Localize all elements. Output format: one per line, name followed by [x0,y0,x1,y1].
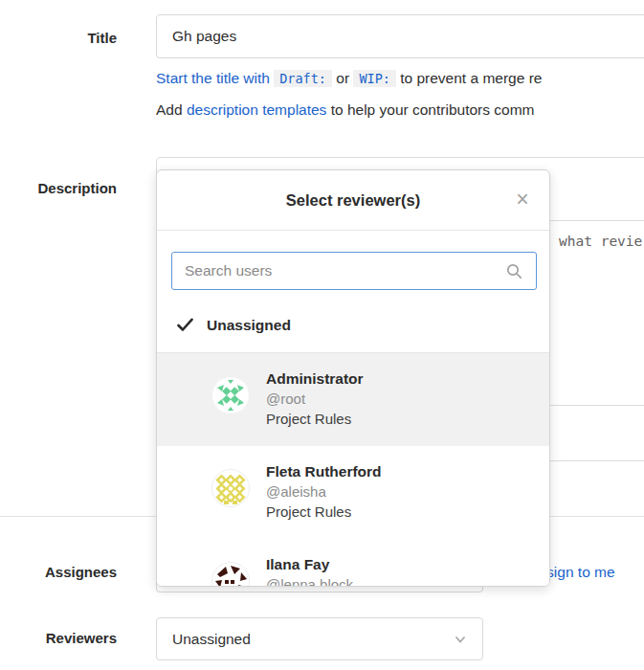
check-icon [177,318,193,332]
reviewer-name: Administrator [266,368,364,389]
reviewer-name: Ilana Fay [266,554,353,574]
description-label: Description [0,180,117,196]
templates-pre-text: Add [156,101,183,118]
reviewer-item-administrator[interactable]: Administrator @root Project Rules [157,353,549,446]
description-templates-link[interactable]: description templates [187,101,326,118]
select-reviewers-dropdown: Select reviewer(s) × Unassigned [156,169,550,587]
reviewer-item-ilana-fay[interactable]: Ilana Fay @lenna.block Project Rules [157,539,549,586]
reviewer-meta: Project Rules [266,502,382,522]
unassigned-option-label: Unassigned [207,317,291,334]
templates-post-text: to help your contributors comm [331,101,535,118]
avatar-ilana-fay [211,562,250,586]
draft-hint-link[interactable]: Start the title with [156,70,270,86]
wip-code-chip: WIP: [353,70,396,87]
assignees-label: Assignees [0,564,117,580]
reviewer-username: @lenna.block [266,574,353,586]
draft-code-chip: Draft: [274,70,332,87]
title-input[interactable] [156,14,644,58]
hint-middle-text: or [336,70,349,86]
avatar-administrator [211,376,250,414]
avatar-fleta-rutherford [211,469,250,507]
reviewers-label: Reviewers [0,630,117,646]
close-icon[interactable]: × [509,186,536,212]
reviewer-meta: Project Rules [266,409,364,429]
chevron-down-icon [454,633,467,646]
title-hint: Start the title with Draft: or WIP: to p… [156,70,644,87]
reviewer-list: Administrator @root Project Rules [157,353,549,586]
reviewer-name: Fleta Rutherford [266,461,382,481]
templates-hint: Add description templates to help your c… [156,101,644,119]
search-users-input[interactable] [171,252,537,290]
reviewer-username: @aleisha [266,481,382,502]
merge-request-form: Title Start the title with Draft: or WIP… [0,0,644,670]
reviewers-dropdown-button[interactable]: Unassigned [156,617,483,660]
reviewer-username: @root [266,389,364,409]
title-label: Title [0,30,117,46]
dropdown-title: Select reviewer(s) [286,191,420,210]
hint-tail-text: to prevent a merge re [400,70,542,86]
reviewer-item-fleta-rutherford[interactable]: Fleta Rutherford @aleisha Project Rules [157,446,549,539]
unassigned-option[interactable]: Unassigned [157,298,549,353]
dropdown-header: Select reviewer(s) × [157,170,549,231]
reviewers-selected-value: Unassigned [172,631,454,648]
description-text-fragment: what revie [559,234,642,249]
